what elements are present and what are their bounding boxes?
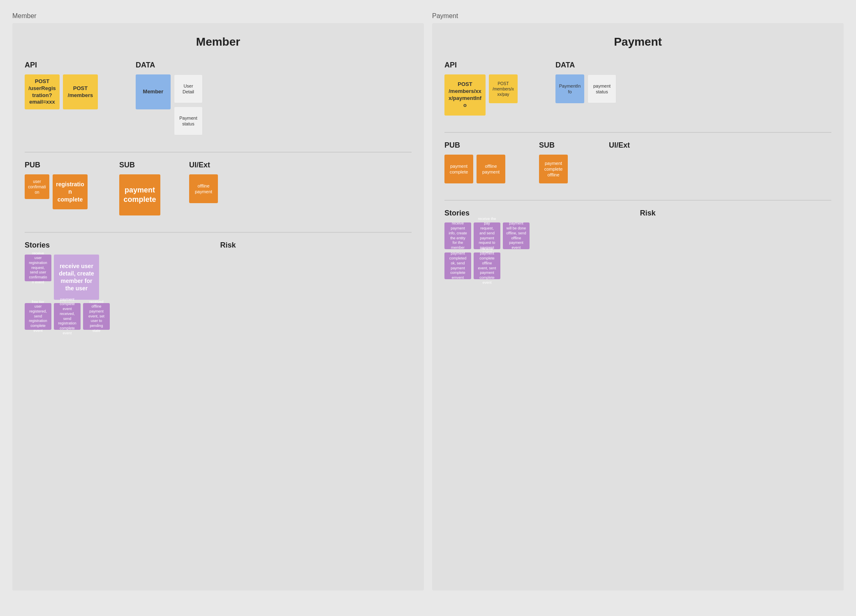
payment-stories-col: Stories receive payment info, create the… xyxy=(444,209,636,279)
member-risk-col: Risk xyxy=(220,241,412,255)
payment-api-data-row: API POST /members/xxx/paymentInfo POST /… xyxy=(444,61,831,116)
payment-api-col: API POST /members/xxx/paymentInfo POST /… xyxy=(444,61,547,116)
payment-uiext-label: UI/Ext xyxy=(609,141,831,150)
payment-board: Payment API POST /members/xxx/paymentInf… xyxy=(432,23,844,591)
sticky-payment-status[interactable]: payment status xyxy=(588,74,616,103)
sticky-offline-payment-pub[interactable]: offline payment xyxy=(477,155,505,183)
payment-divider1 xyxy=(444,132,831,133)
member-pub-stickies: user confirmation registration complete xyxy=(25,174,115,209)
story-payment-5[interactable]: receive payment complete offline event, … xyxy=(474,252,500,279)
sticky-payment-complete-sub[interactable]: payment complete xyxy=(119,174,160,215)
sticky-payment-complete-pub[interactable]: payment complete xyxy=(444,155,473,183)
member-stories-col: Stories receive user registration reques… xyxy=(25,241,216,330)
story-member-5[interactable]: received offline payment event, set user… xyxy=(83,303,110,330)
payment-data-label: DATA xyxy=(555,61,831,69)
sticky-user-confirmation[interactable]: user confirmation xyxy=(25,174,49,199)
sticky-payment-info[interactable]: PaymentInfo xyxy=(555,74,584,103)
member-board: Member API POST /userRegistration?email=… xyxy=(12,23,424,591)
sticky-payment-status-data[interactable]: Payment status xyxy=(174,107,203,135)
member-pub-sub-row: PUB user confirmation registration compl… xyxy=(25,161,412,215)
member-pub-label: PUB xyxy=(25,161,115,169)
story-member-1[interactable]: receive user registration request, send … xyxy=(25,255,51,281)
payment-pub-stickies: payment complete offline payment xyxy=(444,155,535,183)
member-data-col: DATA Member User Detail Payment status xyxy=(136,61,412,135)
payment-data-stickies: PaymentInfo payment status xyxy=(555,74,831,103)
payment-risk-col: Risk xyxy=(640,209,832,222)
sticky-payment-complete-offline-sub[interactable]: payment complete offline xyxy=(539,155,568,183)
payment-stories-stickies-row2: payment completed ok, send payment compl… xyxy=(444,252,636,279)
story-payment-2[interactable]: receive the pay request, and send paymen… xyxy=(474,222,500,249)
member-data-stickies: Member User Detail Payment status xyxy=(136,74,412,135)
sticky-post-members-payment[interactable]: POST /members/xxx/paymentInfo xyxy=(444,74,486,116)
member-uiext-label: UI/Ext xyxy=(189,161,412,169)
member-risk-label: Risk xyxy=(220,241,412,250)
sticky-post-members-pay[interactable]: POST /members/xxx/pay xyxy=(489,74,518,103)
member-data-label: DATA xyxy=(136,61,412,69)
story-member-2[interactable]: receive user detail, create member for t… xyxy=(54,255,99,300)
member-divider1 xyxy=(25,152,412,153)
member-sub-col: SUB payment complete xyxy=(119,161,185,215)
payment-pub-sub-row: PUB payment complete offline payment SUB… xyxy=(444,141,831,183)
payment-sub-col: SUB payment complete offline xyxy=(539,141,605,183)
member-api-col: API POST /userRegistration?email=xxx POS… xyxy=(25,61,127,109)
member-api-stickies: POST /userRegistration?email=xxx POST /m… xyxy=(25,74,127,109)
payment-sub-stickies: payment complete offline xyxy=(539,155,605,183)
payment-api-stickies: POST /members/xxx/paymentInfo POST /memb… xyxy=(444,74,547,116)
payment-section: Payment Payment API POST /members/xxx/pa… xyxy=(432,12,844,591)
member-api-data-row: API POST /userRegistration?email=xxx POS… xyxy=(25,61,412,135)
sticky-post-members[interactable]: POST /members xyxy=(63,74,98,109)
story-member-3[interactable]: free tier user registered, send registra… xyxy=(25,303,51,330)
member-pub-col: PUB user confirmation registration compl… xyxy=(25,161,115,209)
member-sub-stickies: payment complete xyxy=(119,174,185,215)
sticky-registration-complete[interactable]: registration complete xyxy=(53,174,88,209)
story-payment-1[interactable]: receive payment info, create the entity … xyxy=(444,222,471,249)
member-stories-row: Stories receive user registration reques… xyxy=(25,241,412,330)
member-uiext-col: UI/Ext offline payment xyxy=(189,161,412,203)
member-section-title: Member xyxy=(12,12,424,20)
payment-sub-label: SUB xyxy=(539,141,605,150)
member-stories-label: Stories xyxy=(25,241,216,250)
story-member-4[interactable]: payment complete event received, send re… xyxy=(54,303,81,330)
payment-api-label: API xyxy=(444,61,547,69)
page-container: Member Member API POST /userRegistration… xyxy=(8,8,848,595)
sticky-user-detail[interactable]: User Detail xyxy=(174,74,203,103)
sticky-post-user-registration[interactable]: POST /userRegistration?email=xxx xyxy=(25,74,60,109)
member-section: Member Member API POST /userRegistration… xyxy=(12,12,424,591)
payment-data-col: DATA PaymentInfo payment status xyxy=(555,61,831,103)
member-sub-label: SUB xyxy=(119,161,185,169)
payment-uiext-col: UI/Ext xyxy=(609,141,831,155)
story-payment-4[interactable]: payment completed ok, send payment compl… xyxy=(444,252,471,279)
sticky-member[interactable]: Member xyxy=(136,74,171,109)
sticky-offline-payment-member[interactable]: offline payment xyxy=(189,174,218,203)
payment-divider2 xyxy=(444,200,831,201)
member-divider2 xyxy=(25,232,412,233)
payment-stories-stickies-row1: receive payment info, create the entity … xyxy=(444,222,636,249)
member-uiext-stickies: offline payment xyxy=(189,174,412,203)
member-stories-stickies-row2: free tier user registered, send registra… xyxy=(25,303,216,330)
payment-stories-label: Stories xyxy=(444,209,636,218)
payment-pub-label: PUB xyxy=(444,141,535,150)
member-api-label: API xyxy=(25,61,127,69)
payment-section-title: Payment xyxy=(432,12,844,20)
payment-risk-label: Risk xyxy=(640,209,832,218)
payment-stories-row: Stories receive payment info, create the… xyxy=(444,209,831,279)
payment-board-title: Payment xyxy=(444,35,831,49)
story-payment-3[interactable]: payment will be done offline, send offli… xyxy=(503,222,530,249)
payment-pub-col: PUB payment complete offline payment xyxy=(444,141,535,183)
member-stories-stickies: receive user registration request, send … xyxy=(25,255,216,300)
member-board-title: Member xyxy=(25,35,412,49)
